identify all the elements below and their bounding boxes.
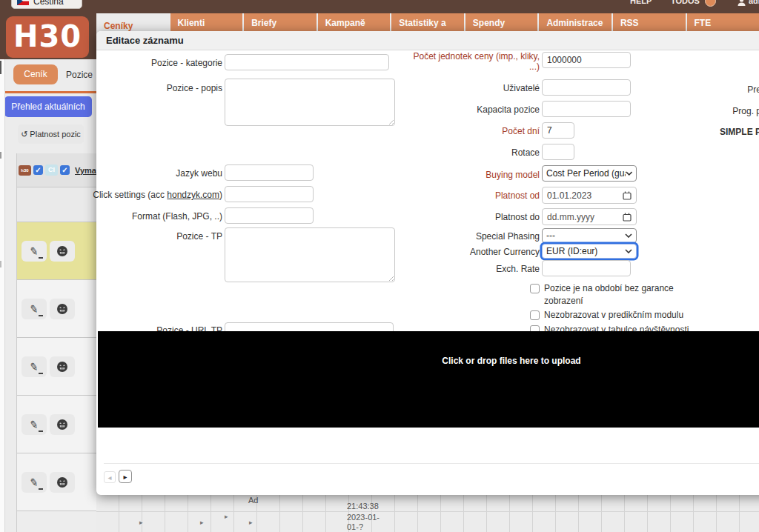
label-click-settings: Click settings (acc hondzyk.com) xyxy=(67,190,222,200)
delete-button[interactable] xyxy=(50,299,75,319)
pozice-popis-textarea[interactable] xyxy=(225,79,395,126)
label-platnost-do: Platnost do xyxy=(414,212,540,222)
hondzyk-link[interactable]: hondzyk.com xyxy=(167,190,219,200)
todos-link[interactable]: TODOS xyxy=(671,0,700,5)
chevron-down-icon xyxy=(625,233,632,238)
pozice-tp-textarea[interactable] xyxy=(225,227,395,282)
tab-briefy[interactable]: Briefy xyxy=(244,13,316,31)
garance-checkbox[interactable] xyxy=(530,284,540,293)
czech-flag-icon xyxy=(17,0,29,5)
pencil-icon: ✎ xyxy=(29,360,39,373)
app-logo[interactable]: H30 xyxy=(6,16,89,58)
grid-line xyxy=(96,511,759,512)
filter-checkbox-2[interactable]: ✓ xyxy=(60,165,70,175)
language-selector[interactable]: Čeština xyxy=(11,0,82,9)
predikce-checkbox[interactable] xyxy=(530,310,540,320)
expand-triangle-icon[interactable]: ▸ xyxy=(200,519,204,526)
bg-cell-date: 2023-01- xyxy=(347,513,380,522)
exch-rate-input[interactable] xyxy=(542,260,631,276)
tab-kampane[interactable]: Kampaně xyxy=(318,13,391,31)
kapacita-input[interactable] xyxy=(542,101,631,117)
uzivatele-input[interactable] xyxy=(542,79,631,96)
click-settings-input[interactable] xyxy=(225,186,314,202)
pocet-dni-input[interactable] xyxy=(542,122,574,139)
expand-triangle-icon[interactable]: ▸ xyxy=(139,519,143,526)
rotace-input[interactable] xyxy=(542,144,574,160)
main-tabs: Ceníky Klienti Briefy Kampaně Statistiky… xyxy=(96,13,759,31)
edit-button[interactable]: ✎ xyxy=(21,241,47,262)
calendar-icon[interactable] xyxy=(623,191,632,200)
delete-button[interactable] xyxy=(50,414,75,435)
another-currency-select[interactable]: EUR (ID:eur) xyxy=(542,244,637,259)
prehled-aktualnich-button[interactable]: Přehled aktuálních xyxy=(4,96,92,117)
angry-face-icon xyxy=(56,303,68,315)
label-exch-rate: Exch. Rate xyxy=(414,264,540,274)
edit-button[interactable]: ✎ xyxy=(21,299,47,319)
pocet-jednotek-input[interactable] xyxy=(542,52,631,68)
click-settings-text: Click settings (acc xyxy=(93,190,167,200)
platnost-pozic-label: Platnost pozic xyxy=(30,130,80,139)
table-row[interactable]: ✎ xyxy=(17,337,96,395)
vymazat-link[interactable]: Vymaz xyxy=(75,166,96,175)
label-format: Format (Flash, JPG, ..) xyxy=(96,211,222,222)
app-screen: Čeština HELP TODOS admin@h Ceníky Klient… xyxy=(0,0,759,532)
filter-checkbox-1[interactable]: ✓ xyxy=(33,165,43,175)
resize-grip-icon[interactable] xyxy=(387,118,394,124)
ci-chip-icon: CI xyxy=(45,164,58,176)
format-input[interactable] xyxy=(225,207,314,224)
tab-spendy[interactable]: Spendy xyxy=(465,13,538,31)
pozice-kategorie-input[interactable] xyxy=(225,54,389,70)
clipped-content-mark xyxy=(0,152,1,159)
expand-triangle-icon[interactable]: ▸ xyxy=(249,519,253,526)
tab-rss[interactable]: RSS xyxy=(613,13,686,31)
prev-page-button[interactable]: ◂ xyxy=(104,471,116,483)
table-row xyxy=(17,511,96,532)
platnost-pozic-button[interactable]: ↺ Platnost pozic xyxy=(18,124,84,144)
pencil-icon: ✎ xyxy=(29,418,39,431)
buying-model-select[interactable]: Cost Per Period (gua xyxy=(542,165,637,182)
tab-statistiky[interactable]: Statistiky a xyxy=(391,13,464,31)
delete-button[interactable] xyxy=(50,241,75,262)
user-email[interactable]: admin@h xyxy=(749,0,759,5)
user-icon[interactable] xyxy=(737,0,746,7)
buying-model-value: Cost Per Period (gua xyxy=(546,168,626,179)
cenik-button[interactable]: Ceník xyxy=(13,64,58,84)
platnost-do-datepicker[interactable]: dd.mm.yyyy xyxy=(542,208,637,225)
edit-button[interactable]: ✎ xyxy=(21,356,47,377)
tab-fte[interactable]: FTE xyxy=(687,13,759,31)
label-jazyk-webu: Jazyk webu xyxy=(96,168,222,179)
tab-ceniky[interactable]: Ceníky xyxy=(96,13,169,31)
table-row[interactable]: ✎ xyxy=(17,395,96,453)
modal-title: Editace záznamu xyxy=(96,31,759,50)
delete-button[interactable] xyxy=(50,356,75,377)
expand-triangle-icon[interactable]: ▸ xyxy=(225,513,228,520)
label-pozice-kategorie: Pozice - kategorie xyxy=(96,58,222,68)
tab-administrace[interactable]: Administrace xyxy=(539,13,611,31)
background-grid: Ad 21:43:38 2023-01- 01-? ▸ ▸ ▸ ▸ xyxy=(96,495,759,532)
help-link[interactable]: HELP xyxy=(630,0,652,5)
edit-button[interactable]: ✎ xyxy=(21,414,47,435)
chevron-down-icon xyxy=(626,171,633,176)
delete-button[interactable] xyxy=(50,472,75,493)
edit-button[interactable]: ✎ xyxy=(21,472,47,493)
jazyk-webu-input[interactable] xyxy=(225,164,314,181)
table-row[interactable]: ✎ xyxy=(17,453,96,511)
label-special-phasing: Special Phasing xyxy=(414,231,540,242)
table-row-selected[interactable]: ✎ xyxy=(17,222,96,279)
calendar-icon[interactable] xyxy=(623,213,632,222)
label-rotace: Rotace xyxy=(414,147,540,158)
h30-chip-icon: h30 xyxy=(19,165,31,176)
platnost-od-datepicker[interactable]: 01.01.2023 xyxy=(542,187,637,204)
angry-face-icon xyxy=(56,245,68,257)
file-upload-dropzone[interactable]: Click or drop files here to upload xyxy=(98,331,759,428)
tab-klienti[interactable]: Klienti xyxy=(170,13,243,31)
next-page-button[interactable]: ▸ xyxy=(119,470,132,483)
predikce-checkbox-label: Nezobrazovat v predikčním modulu xyxy=(544,309,722,322)
special-phasing-select[interactable]: --- xyxy=(542,228,637,243)
label-buying-model: Buying model xyxy=(414,170,540,180)
pozice-link[interactable]: Pozice xyxy=(66,70,93,80)
special-phasing-value: --- xyxy=(546,230,555,241)
resize-grip-icon[interactable] xyxy=(387,274,394,281)
table-row[interactable]: ✎ xyxy=(17,279,96,337)
label-pocet-jednotek: Počet jednotek ceny (imp., kliky, ...) xyxy=(412,51,540,72)
